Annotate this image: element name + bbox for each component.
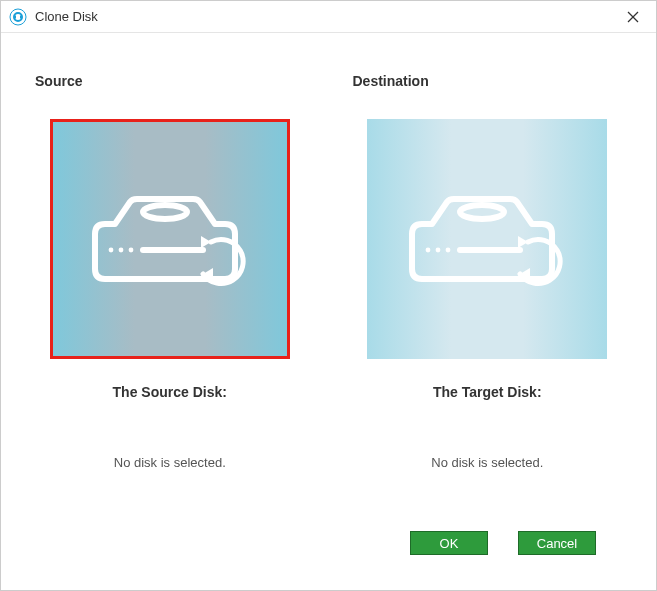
source-status: No disk is selected.	[114, 455, 226, 470]
disk-sync-icon	[402, 184, 572, 294]
svg-point-5	[143, 205, 187, 219]
destination-header: Destination	[353, 73, 429, 89]
source-column: Source	[31, 73, 309, 521]
svg-point-14	[436, 248, 441, 253]
svg-point-13	[426, 248, 431, 253]
ok-button[interactable]: OK	[410, 531, 488, 555]
svg-point-12	[460, 205, 504, 219]
disk-sync-icon	[85, 184, 255, 294]
svg-marker-11	[201, 236, 211, 248]
source-disk-label: The Source Disk:	[113, 384, 227, 400]
cancel-button[interactable]: Cancel	[518, 531, 596, 555]
clone-disk-dialog: Clone Disk Source	[0, 0, 657, 591]
close-button[interactable]	[618, 2, 648, 32]
destination-disk-selector[interactable]	[367, 119, 607, 359]
source-disk-selector[interactable]	[50, 119, 290, 359]
svg-point-0	[10, 9, 26, 25]
destination-disk-label: The Target Disk:	[433, 384, 542, 400]
app-icon	[9, 8, 27, 26]
button-row: OK Cancel	[31, 521, 626, 570]
window-title: Clone Disk	[35, 9, 618, 24]
svg-point-8	[128, 248, 133, 253]
svg-point-15	[446, 248, 451, 253]
destination-status: No disk is selected.	[431, 455, 543, 470]
svg-point-7	[118, 248, 123, 253]
svg-marker-18	[518, 236, 528, 248]
destination-column: Destination	[349, 73, 627, 521]
titlebar: Clone Disk	[1, 1, 656, 33]
svg-point-6	[108, 248, 113, 253]
content-area: Source	[1, 33, 656, 590]
source-header: Source	[35, 73, 82, 89]
columns: Source	[31, 73, 626, 521]
